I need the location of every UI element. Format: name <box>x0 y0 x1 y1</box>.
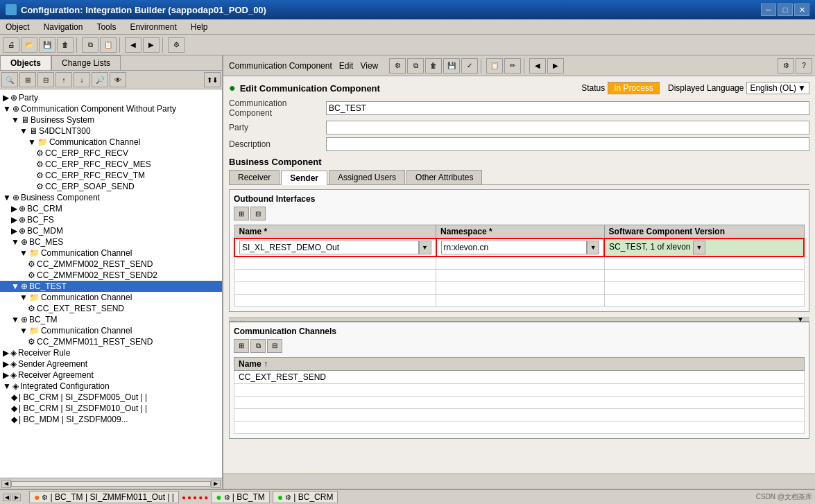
tree-ic-3[interactable]: ◆ | BC_MDM | SI_ZSDFM009... <box>0 414 222 425</box>
tree-bc-mdm[interactable]: ▶ ⊕ BC_MDM <box>0 225 222 236</box>
tree-ic-2[interactable]: ◆ | BC_CRM | SI_ZSDFM010_Out | | <box>0 403 222 414</box>
cc-copy-btn[interactable]: ⧉ <box>250 339 266 353</box>
tb-paste[interactable]: 📋 <box>100 37 117 53</box>
tree-cc-zmmfm002-rest-send[interactable]: ⚙ CC_ZMMFM002_REST_SEND <box>0 259 222 270</box>
taskbar-scroll-right[interactable]: ▶ <box>12 494 21 501</box>
menu-navigation[interactable]: Navigation <box>41 21 86 33</box>
expand-arrow[interactable]: ▼ <box>797 315 804 323</box>
tree-bc-mes[interactable]: ▼ ⊕ BC_MES <box>0 236 222 247</box>
tree-receiver-rule[interactable]: ▶ ◈ Receiver Rule <box>0 347 222 358</box>
cc-add-btn[interactable]: ⊞ <box>234 339 249 353</box>
right-tb-back[interactable]: ◀ <box>529 58 546 73</box>
close-button[interactable]: ✕ <box>794 3 809 16</box>
tree-bc-tm[interactable]: ▼ ⊕ BC_TM <box>0 314 222 325</box>
taskbar-scroll-left[interactable]: ◀ <box>3 494 11 501</box>
outbound-delete-btn[interactable]: ⊟ <box>250 207 266 220</box>
namespace-input[interactable] <box>441 241 587 254</box>
taskbar-item-1[interactable]: ● ⚙ | BC_TM | SI_ZMMFM011_Out | | <box>29 491 179 503</box>
menu-comm-component[interactable]: Communication Component <box>226 60 335 71</box>
maximize-button[interactable]: □ <box>778 3 793 16</box>
tb-new[interactable]: 🖨 <box>3 37 19 53</box>
lang-dropdown[interactable]: English (OL) ▼ <box>746 82 809 94</box>
name-input[interactable] <box>239 241 419 254</box>
cc-table-row-1[interactable]: CC_EXT_REST_SEND <box>234 370 805 383</box>
taskbar-item-2[interactable]: ● ⚙ | BC_TM <box>211 491 270 503</box>
menu-help[interactable]: Help <box>188 21 211 33</box>
tree-receiver-agreement[interactable]: ▶ ◈ Receiver Agreement <box>0 370 222 381</box>
right-tb-edit[interactable]: ✏ <box>504 58 521 73</box>
menu-tools[interactable]: Tools <box>94 21 119 33</box>
right-tb-new[interactable]: ⚙ <box>389 58 406 73</box>
right-tb-help[interactable]: ? <box>796 58 812 73</box>
tb-open[interactable]: 📂 <box>21 37 37 53</box>
tree-business-system[interactable]: ▼ 🖥 Business System <box>0 114 222 125</box>
tree-business-component[interactable]: ▼ ⊕ Business Component <box>0 192 222 203</box>
tb-delete[interactable]: 🗑 <box>57 37 74 53</box>
right-tb-forward[interactable]: ▶ <box>547 58 564 73</box>
tree-search-icon[interactable]: 🔎 <box>92 72 108 87</box>
tab-receiver[interactable]: Receiver <box>229 170 280 184</box>
tab-other-attributes[interactable]: Other Attributes <box>406 170 482 184</box>
right-tb-copy[interactable]: ⧉ <box>407 58 424 73</box>
tab-objects[interactable]: Objects <box>0 55 51 70</box>
scv-picker-btn[interactable]: ▼ <box>693 241 705 254</box>
outbound-add-btn[interactable]: ⊞ <box>234 207 249 220</box>
tree-collapse-icon[interactable]: ⊟ <box>37 72 54 87</box>
comm-component-input[interactable] <box>326 101 809 115</box>
table-row[interactable]: ▼ ▼ SC_TEST, 1 of xlevon <box>234 238 804 257</box>
tree-comm-channel-1[interactable]: ▼ 📁 Communication Channel <box>0 137 222 148</box>
right-tb-settings[interactable]: ⚙ <box>778 58 794 73</box>
tree-bc-fs[interactable]: ▶ ⊕ BC_FS <box>0 214 222 225</box>
filter-icon[interactable]: 🔍 <box>1 72 18 87</box>
tree-up-icon[interactable]: ↑ <box>55 72 72 87</box>
tree-comm-channel-mes[interactable]: ▼ 📁 Communication Channel <box>0 247 222 259</box>
tree-cc-erp-soap-send[interactable]: ⚙ CC_ERP_SOAP_SEND <box>0 181 222 192</box>
tree-s4dclnt300[interactable]: ▼ 🖥 S4DCLNT300 <box>0 125 222 137</box>
tree-down-icon[interactable]: ↓ <box>74 72 90 87</box>
menu-view[interactable]: View <box>357 60 381 71</box>
scroll-vertical-icon[interactable]: ⬆⬇ <box>204 72 221 87</box>
window-controls[interactable]: ─ □ ✕ <box>761 3 809 16</box>
tree-party[interactable]: ▶ ⊕ Party <box>0 92 222 103</box>
party-input[interactable] <box>326 121 809 134</box>
right-tb-display[interactable]: 📋 <box>486 58 503 73</box>
taskbar-item-3[interactable]: ● ⚙ | BC_CRM <box>273 491 338 503</box>
scroll-right-btn[interactable]: ▶ <box>211 480 221 488</box>
menu-environment[interactable]: Environment <box>127 21 179 33</box>
name-picker-btn[interactable]: ▼ <box>419 241 431 254</box>
tb-save-btn[interactable]: 💾 <box>39 37 55 53</box>
tree-cc-ext-rest-send[interactable]: ⚙ CC_EXT_REST_SEND <box>0 303 222 314</box>
tree-integrated-config[interactable]: ▼ ◈ Integrated Configuration <box>0 381 222 392</box>
minimize-button[interactable]: ─ <box>761 3 776 16</box>
tb-back[interactable]: ◀ <box>125 37 141 53</box>
tree-bc-test[interactable]: ▼ ⊕ BC_TEST <box>0 281 222 292</box>
right-tb-check[interactable]: ✓ <box>461 58 478 73</box>
tree-comm-channel-tm[interactable]: ▼ 📁 Communication Channel <box>0 325 222 336</box>
tree-cc-zmmfm011-rest-send[interactable]: ⚙ CC_ZMMFM011_REST_SEND <box>0 336 222 347</box>
namespace-picker-btn[interactable]: ▼ <box>587 241 599 254</box>
tb-settings[interactable]: ⚙ <box>168 37 185 53</box>
tree-ic-1[interactable]: ◆ | BC_CRM | SI_ZSDFM005_Out | | <box>0 392 222 403</box>
scroll-left-btn[interactable]: ◀ <box>1 480 11 488</box>
tree-sender-agreement[interactable]: ▶ ◈ Sender Agreement <box>0 358 222 370</box>
menu-object[interactable]: Object <box>3 21 33 33</box>
menu-edit[interactable]: Edit <box>336 60 357 71</box>
tab-change-lists[interactable]: Change Lists <box>51 55 121 70</box>
tree-bc-crm[interactable]: ▶ ⊕ BC_CRM <box>0 203 222 214</box>
tree-display-icon[interactable]: 👁 <box>110 72 126 87</box>
tree-cc-erp-rfc-recv[interactable]: ⚙ CC_ERP_RFC_RECV <box>0 148 222 159</box>
tab-assigned-users[interactable]: Assigned Users <box>329 170 405 184</box>
tb-forward[interactable]: ▶ <box>143 37 160 53</box>
description-input[interactable] <box>326 137 809 151</box>
tree-comm-channel-test[interactable]: ▼ 📁 Communication Channel <box>0 292 222 303</box>
tree-comm-without-party[interactable]: ▼ ⊕ Communication Component Without Part… <box>0 103 222 114</box>
tree-cc-zmmfm002-rest-send2[interactable]: ⚙ CC_ZMMFM002_REST_SEND2 <box>0 270 222 281</box>
tree-cc-erp-rfc-recv-tm[interactable]: ⚙ CC_ERP_RFC_RECV_TM <box>0 170 222 181</box>
right-tb-save[interactable]: 💾 <box>443 58 460 73</box>
tb-copy[interactable]: ⧉ <box>82 37 98 53</box>
tree-expand-icon[interactable]: ⊞ <box>19 72 36 87</box>
left-hscrollbar[interactable]: ◀ ▶ <box>0 478 222 489</box>
cc-delete-btn[interactable]: ⊟ <box>267 339 282 353</box>
scroll-track[interactable] <box>11 481 211 487</box>
tree-cc-erp-rfc-recv-mes[interactable]: ⚙ CC_ERP_RFC_RECV_MES <box>0 159 222 170</box>
